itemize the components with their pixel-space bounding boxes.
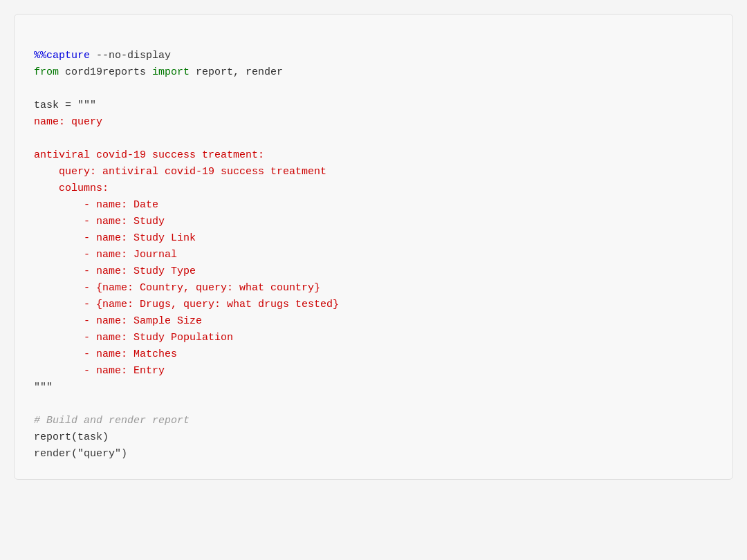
- module-name: cord19reports: [59, 66, 152, 78]
- report-call: report(task): [34, 431, 109, 443]
- comment-line: # Build and render report: [34, 415, 190, 427]
- end-quote: """: [34, 382, 53, 393]
- col-sample-size: - name: Sample Size: [34, 315, 202, 327]
- col-study-type: - name: Study Type: [34, 265, 196, 277]
- columns-header: columns:: [34, 183, 109, 194]
- section-header: antiviral covid-19 success treatment:: [34, 149, 264, 161]
- col-date: - name: Date: [34, 199, 158, 211]
- import-items: report, render: [190, 66, 283, 78]
- col-matches: - name: Matches: [34, 348, 177, 360]
- from-keyword: from: [34, 66, 59, 78]
- magic-keyword: %%capture: [34, 50, 90, 62]
- col-study-link: - name: Study Link: [34, 232, 196, 244]
- col-study: - name: Study: [34, 216, 165, 227]
- col-journal: - name: Journal: [34, 249, 177, 261]
- query-line: query: antiviral covid-19 success treatm…: [34, 166, 326, 178]
- code-editor: %%capture --no-display from cord19report…: [14, 14, 733, 480]
- import-line: from cord19reports import report, render: [34, 66, 283, 78]
- col-entry: - name: Entry: [34, 365, 165, 377]
- render-call: render("query"): [34, 448, 127, 460]
- col-country: - {name: Country, query: what country}: [34, 282, 320, 294]
- import-keyword: import: [152, 66, 190, 78]
- col-drugs: - {name: Drugs, query: what drugs tested…: [34, 299, 339, 310]
- name-line: name: query: [34, 116, 102, 128]
- task-assign: task = """: [34, 100, 96, 111]
- magic-command: %%capture --no-display: [34, 50, 171, 62]
- col-study-population: - name: Study Population: [34, 332, 233, 344]
- magic-flag: --no-display: [90, 50, 171, 62]
